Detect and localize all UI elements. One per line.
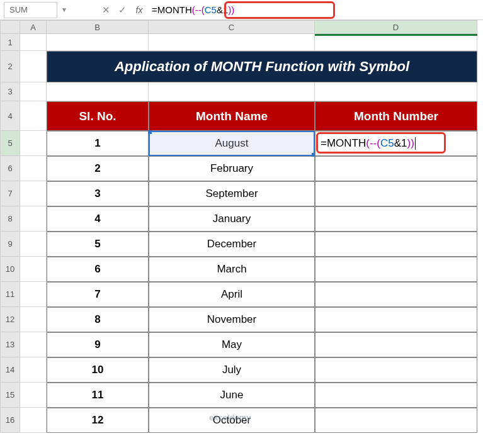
cell-C10[interactable]: March — [149, 257, 315, 282]
row-5[interactable]: 5 — [0, 131, 20, 156]
col-C[interactable]: C — [149, 20, 315, 34]
row-headers: 1 2 3 4 5 6 7 8 9 10 11 12 13 14 15 16 — [0, 34, 20, 433]
cell-C12[interactable]: November — [149, 307, 315, 332]
cell-B10[interactable]: 6 — [47, 257, 149, 282]
title-banner: Application of MONTH Function with Symbo… — [47, 51, 477, 82]
cell-D5-editing[interactable]: =MONTH(--(C5&1)) — [315, 131, 477, 156]
header-sl[interactable]: Sl. No. — [47, 101, 149, 131]
row-9[interactable]: 9 — [0, 232, 20, 257]
row-15[interactable]: 15 — [0, 383, 20, 408]
formula-num: 1 — [223, 4, 228, 15]
formula-eq: = — [152, 4, 157, 15]
cell-B14[interactable]: 10 — [47, 357, 149, 383]
cell-B9[interactable]: 5 — [47, 232, 149, 257]
row-12[interactable]: 12 — [0, 307, 20, 332]
col-B[interactable]: B — [47, 20, 149, 34]
formula-input[interactable]: =MONTH(--(C5&1)) — [148, 2, 478, 18]
cancel-icon[interactable]: ✕ — [98, 4, 114, 16]
cell-C11[interactable]: April — [149, 282, 315, 307]
formula-amp: & — [217, 4, 223, 15]
cell-D6[interactable] — [315, 156, 477, 181]
col-A[interactable]: A — [20, 20, 47, 34]
cell-D10[interactable] — [315, 257, 477, 282]
col-D[interactable]: D — [315, 20, 477, 34]
cell-B12[interactable]: 8 — [47, 307, 149, 332]
cell-D8[interactable] — [315, 206, 477, 232]
row-16[interactable]: 16 — [0, 408, 20, 433]
row-2[interactable]: 2 — [0, 51, 20, 82]
cell-B15[interactable]: 11 — [47, 383, 149, 408]
cell-B7[interactable]: 3 — [47, 181, 149, 206]
fx-icon[interactable]: fx — [130, 5, 148, 15]
column-headers: A B C D — [0, 20, 483, 34]
formula-bar: SUM ▼ ✕ ✓ fx =MONTH(--(C5&1)) — [0, 0, 483, 20]
cell-D7[interactable] — [315, 181, 477, 206]
row-1[interactable]: 1 — [0, 34, 20, 51]
cell-D15[interactable] — [315, 383, 477, 408]
cells-area[interactable]: Sl. No. Month Name Month Number 1August … — [20, 34, 477, 433]
header-num[interactable]: Month Number — [315, 101, 477, 131]
cell-C14[interactable]: July — [149, 357, 315, 383]
cell-B11[interactable]: 7 — [47, 282, 149, 307]
cell-B13[interactable]: 9 — [47, 332, 149, 357]
cell-C13[interactable]: May — [149, 332, 315, 357]
cell-D14[interactable] — [315, 357, 477, 383]
cell-C8[interactable]: January — [149, 206, 315, 232]
name-box[interactable]: SUM — [4, 2, 57, 18]
cell-B16[interactable]: 12 — [47, 408, 149, 433]
row-7[interactable]: 7 — [0, 181, 20, 206]
row-3[interactable]: 3 — [0, 82, 20, 101]
cell-B5[interactable]: 1 — [47, 131, 149, 156]
name-box-value: SUM — [9, 5, 28, 14]
chevron-down-icon[interactable]: ▼ — [61, 6, 72, 13]
row-13[interactable]: 13 — [0, 332, 20, 357]
row-14[interactable]: 14 — [0, 357, 20, 383]
formula-p2: )) — [228, 4, 234, 15]
active-col-indicator — [315, 34, 477, 36]
cell-C7[interactable]: September — [149, 181, 315, 206]
cell-B8[interactable]: 4 — [47, 206, 149, 232]
row-6[interactable]: 6 — [0, 156, 20, 181]
cell-C16[interactable]: October — [149, 408, 315, 433]
cell-D13[interactable] — [315, 332, 477, 357]
formula-fn: MONTH — [157, 4, 192, 15]
formula-ref: C5 — [205, 4, 217, 15]
select-all-corner[interactable] — [0, 20, 20, 34]
row-10[interactable]: 10 — [0, 257, 20, 282]
enter-icon[interactable]: ✓ — [114, 4, 130, 16]
cell-C15[interactable]: June — [149, 383, 315, 408]
header-month[interactable]: Month Name — [149, 101, 315, 131]
cell-D16[interactable] — [315, 408, 477, 433]
formula-p1: (--( — [192, 4, 205, 15]
cell-B6[interactable]: 2 — [47, 156, 149, 181]
cell-D9[interactable] — [315, 232, 477, 257]
cell-D12[interactable] — [315, 307, 477, 332]
cell-D11[interactable] — [315, 282, 477, 307]
cell-C6[interactable]: February — [149, 156, 315, 181]
row-8[interactable]: 8 — [0, 206, 20, 232]
cell-C9[interactable]: December — [149, 232, 315, 257]
cell-C5[interactable]: August — [149, 131, 315, 156]
row-4[interactable]: 4 — [0, 101, 20, 131]
text-cursor — [415, 137, 416, 150]
row-11[interactable]: 11 — [0, 282, 20, 307]
